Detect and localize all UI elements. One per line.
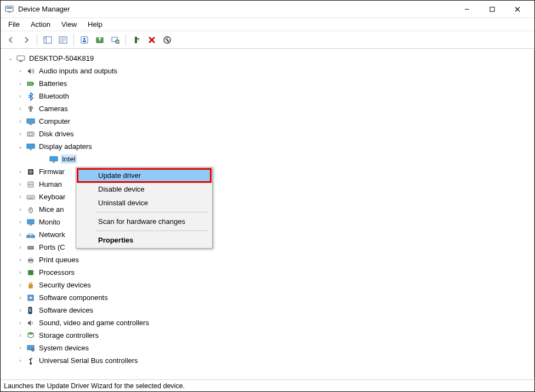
- tree-category[interactable]: ›Software devices: [1, 304, 534, 316]
- tree-category[interactable]: ›Batteries: [1, 77, 534, 90]
- tree-category[interactable]: ›Security devices: [1, 279, 534, 291]
- close-button[interactable]: [505, 1, 530, 18]
- tree-category-label: System devices: [38, 343, 90, 353]
- svg-rect-67: [29, 285, 32, 288]
- toolbar-uninstall-button[interactable]: [145, 33, 159, 47]
- svg-rect-60: [29, 257, 32, 259]
- ctx-update-driver-label: Update driver: [98, 171, 141, 180]
- menu-view[interactable]: View: [57, 19, 81, 30]
- chevron-right-icon[interactable]: ›: [16, 67, 25, 76]
- toolbar-help-button[interactable]: [56, 33, 70, 47]
- statusbar-text: Launches the Update Driver Wizard for th…: [4, 382, 185, 390]
- toolbar-update-driver-button[interactable]: [93, 33, 107, 47]
- tree-category-label: Universal Serial Bus controllers: [38, 356, 139, 365]
- svg-point-58: [31, 247, 32, 248]
- tree-category[interactable]: ›Universal Serial Bus controllers: [1, 354, 534, 367]
- ctx-properties[interactable]: Properties: [77, 233, 211, 247]
- svg-rect-18: [112, 37, 117, 42]
- chevron-down-icon[interactable]: ⌄: [16, 142, 25, 151]
- tree-category[interactable]: ⌄Display adapters: [1, 140, 534, 153]
- chevron-right-icon[interactable]: ›: [16, 92, 25, 101]
- tree-category[interactable]: ›Print queues: [1, 253, 534, 266]
- chevron-right-icon[interactable]: ›: [16, 117, 25, 126]
- display-icon: [49, 154, 59, 164]
- svg-rect-61: [29, 261, 32, 263]
- toolbar-forward-button[interactable]: [19, 33, 33, 47]
- mouse-icon: [26, 205, 36, 215]
- toolbar-properties-button[interactable]: [77, 33, 92, 47]
- toolbar-back-button[interactable]: [4, 33, 18, 47]
- annotation-highlight: [77, 168, 212, 183]
- firmware-icon: [26, 167, 36, 177]
- tree-category[interactable]: ›Storage controllers: [1, 329, 534, 342]
- svg-point-69: [30, 297, 32, 299]
- svg-rect-16: [83, 41, 86, 42]
- chevron-down-icon[interactable]: ⌄: [6, 54, 15, 63]
- chevron-right-icon[interactable]: ›: [16, 306, 25, 315]
- tree-category-label: Software components: [38, 293, 109, 302]
- tree-category[interactable]: ›Cameras: [1, 102, 534, 115]
- chevron-right-icon[interactable]: ›: [16, 256, 25, 264]
- tree-category-label: Batteries: [38, 79, 68, 88]
- tree-device[interactable]: Intel: [1, 153, 534, 165]
- tree-category[interactable]: ›Processors: [1, 266, 534, 279]
- chevron-right-icon[interactable]: ›: [16, 344, 25, 353]
- tree-category-label: Mice an: [38, 205, 65, 214]
- tree-category[interactable]: ›Computer: [1, 115, 534, 128]
- chevron-right-icon[interactable]: ›: [16, 268, 25, 277]
- svg-rect-34: [29, 124, 32, 125]
- ctx-scan-hardware[interactable]: Scan for hardware changes: [77, 215, 211, 228]
- svg-line-20: [118, 43, 119, 44]
- chevron-right-icon[interactable]: ›: [16, 218, 25, 227]
- storage-icon: [26, 331, 36, 341]
- tree-category-label: Display adapters: [38, 142, 93, 151]
- menu-file[interactable]: File: [4, 19, 24, 30]
- toolbar-separator: [37, 34, 37, 46]
- tree-category[interactable]: ›System devices: [1, 342, 534, 354]
- ctx-uninstall-device[interactable]: Uninstall device: [77, 196, 211, 210]
- tree-category[interactable]: ›Software components: [1, 291, 534, 304]
- tree-category-label: Bluetooth: [38, 91, 70, 101]
- chevron-right-icon[interactable]: ›: [16, 243, 25, 252]
- menubar: File Action View Help: [1, 18, 534, 31]
- svg-rect-52: [31, 235, 35, 238]
- chevron-right-icon[interactable]: ›: [16, 130, 25, 139]
- minimize-button[interactable]: [454, 1, 480, 18]
- window-title: Device Manager: [18, 5, 70, 13]
- tree-category[interactable]: ›Disk drives: [1, 128, 534, 140]
- toolbar-scan-hardware-button[interactable]: [108, 33, 122, 47]
- chevron-right-icon[interactable]: ›: [16, 230, 25, 239]
- tree-category-label: Storage controllers: [38, 331, 100, 340]
- chevron-right-icon[interactable]: ›: [16, 356, 25, 365]
- chevron-right-icon[interactable]: ›: [16, 193, 25, 201]
- chevron-right-icon[interactable]: ›: [16, 331, 25, 340]
- ctx-disable-device[interactable]: Disable device: [77, 182, 211, 196]
- svg-rect-45: [27, 195, 35, 199]
- chevron-right-icon[interactable]: ›: [16, 79, 25, 88]
- tree-category[interactable]: ›Sound, video and game controllers: [1, 316, 534, 329]
- maximize-button[interactable]: [480, 1, 505, 18]
- chevron-right-icon[interactable]: ›: [16, 281, 25, 290]
- svg-rect-9: [44, 38, 45, 39]
- ctx-update-driver[interactable]: Update driver: [77, 169, 211, 182]
- chevron-right-icon[interactable]: ›: [16, 105, 25, 113]
- svg-rect-22: [137, 38, 139, 39]
- printer-icon: [26, 255, 36, 265]
- toolbar-show-hide-tree-button[interactable]: [41, 33, 55, 47]
- tree-root[interactable]: ⌄ DESKTOP-504K819: [1, 52, 534, 65]
- tree-category[interactable]: ›Bluetooth: [1, 90, 534, 102]
- chevron-right-icon[interactable]: ›: [16, 168, 25, 176]
- tree-category-label: Keyboar: [38, 192, 66, 201]
- menu-help[interactable]: Help: [83, 19, 107, 30]
- chevron-right-icon[interactable]: ›: [16, 319, 25, 327]
- chevron-right-icon[interactable]: ›: [16, 205, 25, 214]
- chevron-right-icon[interactable]: ›: [16, 293, 25, 302]
- tree-category-label: Ports (C: [38, 243, 66, 252]
- toolbar-add-legacy-button[interactable]: [129, 33, 144, 47]
- tree-root-label: DESKTOP-504K819: [28, 54, 95, 63]
- menu-action[interactable]: Action: [26, 19, 55, 30]
- tree-category[interactable]: ›Audio inputs and outputs: [1, 65, 534, 77]
- toolbar-disable-button[interactable]: [160, 33, 174, 47]
- chevron-right-icon[interactable]: ›: [16, 180, 25, 189]
- statusbar: Launches the Update Driver Wizard for th…: [1, 379, 534, 391]
